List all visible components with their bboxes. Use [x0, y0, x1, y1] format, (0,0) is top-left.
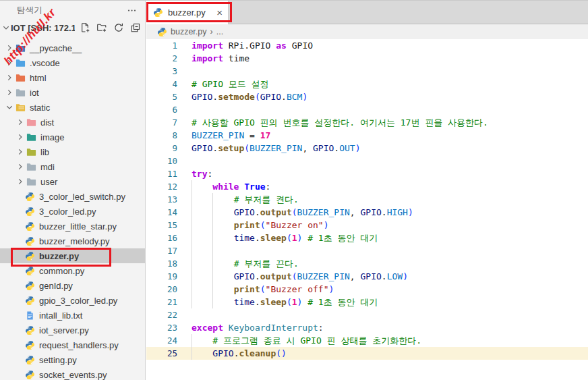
tree-item-dist[interactable]: dist [0, 115, 145, 130]
code-line-25: 25 GPIO.cleanup() [146, 347, 588, 360]
tree-item-socket_events.py[interactable]: socket_events.py [0, 367, 145, 380]
code-line-19: 19 GPIO.output(BUZZER_PIN, GPIO.LOW) [146, 270, 588, 283]
tree-item-buzzer_melody.py[interactable]: buzzer_melody.py [0, 234, 145, 248]
tree-item-label: request_handlers.py [39, 340, 119, 350]
line-number: 4 [146, 78, 177, 90]
python-icon [157, 27, 167, 37]
more-actions-icon[interactable] [125, 3, 138, 17]
tree-item-mdi[interactable]: mdi [0, 159, 145, 174]
line-number: 22 [146, 308, 177, 321]
tree-item-buzzer_little_star.py[interactable]: buzzer_little_star.py [0, 219, 145, 234]
line-number: 7 [146, 116, 177, 129]
tree-item-request_handlers.py[interactable]: request_handlers.py [0, 337, 145, 352]
chevron-down-icon[interactable] [4, 102, 15, 113]
python-icon [24, 221, 35, 232]
tree-item-genId.py[interactable]: genId.py [0, 278, 145, 293]
chevron-right-icon[interactable] [4, 87, 15, 98]
refresh-icon[interactable] [113, 22, 124, 34]
python-icon [24, 265, 35, 276]
tree-item-label: dist [40, 117, 54, 128]
line-number: 12 [146, 180, 177, 193]
code-line-5: 5GPIO.setmode(GPIO.BCM) [146, 90, 588, 103]
chevron-down-icon[interactable] [1, 22, 11, 33]
line-number: 21 [146, 296, 177, 308]
tree-item-label: html [30, 73, 47, 83]
line-number: 20 [146, 283, 177, 296]
chevron-right-icon[interactable] [4, 72, 15, 83]
code-line-13: 13 # 부저를 켠다. [146, 193, 588, 206]
line-number: 18 [146, 257, 177, 270]
close-icon[interactable]: × [216, 7, 223, 18]
code-line-15: 15 print("Buzzer on") [146, 219, 588, 232]
tree-item-lib[interactable]: lib [0, 144, 145, 159]
tree-item-label: iot [30, 88, 39, 98]
line-number: 14 [146, 206, 177, 219]
folder-icon [15, 87, 26, 98]
chevron-right-icon[interactable] [15, 117, 26, 128]
code-line-23: 23except KeyboardInterrupt: [146, 321, 588, 334]
code-line-7: 7# 사용할 GPIO 핀의 번호를 설정한다. 여기서는 17번 핀을 사용한… [146, 116, 588, 129]
indent-guide [192, 206, 192, 219]
code-line-11: 11try: [146, 167, 588, 180]
tree-item-label: socket_events.py [39, 370, 107, 380]
tab-buzzer-py[interactable]: buzzer.py × [146, 1, 229, 24]
line-number: 3 [146, 65, 177, 78]
collapse-all-icon[interactable] [129, 22, 141, 34]
code-line-24: 24 # 프로그램 종료 시 GPIO 핀 상태를 초기화한다. [146, 334, 588, 347]
folder-icon [26, 117, 36, 128]
tree-item-buzzer.py[interactable]: buzzer.py [0, 248, 145, 263]
chevron-right-icon[interactable] [15, 176, 26, 187]
code-line-22: 22 [146, 308, 588, 321]
code-line-1: 1import RPi.GPIO as GPIO [146, 39, 588, 52]
indent-guide [192, 180, 192, 193]
code-line-6: 6 [146, 103, 588, 116]
tree-item-iot[interactable]: iot [0, 85, 145, 100]
tab-label: buzzer.py [168, 7, 206, 18]
tree-item-label: static [30, 103, 50, 113]
python-icon [24, 206, 35, 217]
line-number: 2 [146, 52, 177, 65]
indent-guide [212, 257, 213, 270]
tree-item-.vscode[interactable]: .vscode [0, 55, 145, 70]
line-number: 16 [146, 232, 177, 244]
indent-guide [212, 296, 213, 308]
new-file-icon[interactable] [79, 22, 90, 34]
tree-item-label: iot_server.py [39, 325, 89, 335]
tree-item-label: 3_color_led.py [39, 207, 96, 217]
tree-item-user[interactable]: user [0, 174, 145, 189]
code-editor[interactable]: 1import RPi.GPIO as GPIO2import time34# … [146, 39, 588, 380]
breadcrumb-rest[interactable]: ... [216, 27, 223, 36]
breadcrumb-file[interactable]: buzzer.py [171, 27, 207, 36]
tree-item-3_color_led.py[interactable]: 3_color_led.py [0, 204, 145, 219]
breadcrumb[interactable]: buzzer.py › ... [146, 24, 588, 39]
tree-item-intall_lib.txt[interactable]: intall_lib.txt [0, 308, 145, 323]
indent-guide [192, 296, 192, 308]
chevron-right-icon[interactable] [15, 161, 26, 172]
tree-item-3_color_led_switch.py[interactable]: 3_color_led_switch.py [0, 189, 145, 204]
chevron-right-icon[interactable] [15, 132, 26, 142]
chevron-right-icon[interactable] [15, 146, 26, 157]
tree-item-label: common.py [39, 266, 84, 276]
vscode-window: 탐색기 IOT [SSH: 172.16.... __pycache__.vsc… [0, 0, 588, 380]
python-icon [153, 7, 164, 18]
tree-item-iot_server.py[interactable]: iot_server.py [0, 323, 145, 337]
folder-open-icon [15, 102, 26, 113]
folder-icon [26, 132, 36, 142]
workspace-root-item[interactable]: IOT [SSH: 172.16.... [0, 20, 145, 36]
explorer-title: 탐색기 [17, 5, 125, 16]
tree-item-setting.py[interactable]: setting.py [0, 352, 145, 367]
tree-item-image[interactable]: image [0, 130, 145, 144]
indent-guide [212, 270, 213, 283]
folder-icon [26, 146, 36, 157]
tree-item-html[interactable]: html [0, 70, 145, 85]
new-folder-icon[interactable] [96, 22, 107, 34]
tree-item-gpio_3_color_led.py[interactable]: gpio_3_color_led.py [0, 293, 145, 308]
tree-item-static[interactable]: static [0, 100, 145, 115]
python-icon [24, 295, 35, 306]
indent-guide [192, 270, 192, 283]
editor-tabbar: buzzer.py × [146, 1, 588, 24]
tree-item-label: __pycache__ [30, 43, 82, 53]
tree-item-common.py[interactable]: common.py [0, 263, 145, 278]
indent-guide [192, 219, 192, 232]
line-number: 1 [146, 39, 177, 52]
